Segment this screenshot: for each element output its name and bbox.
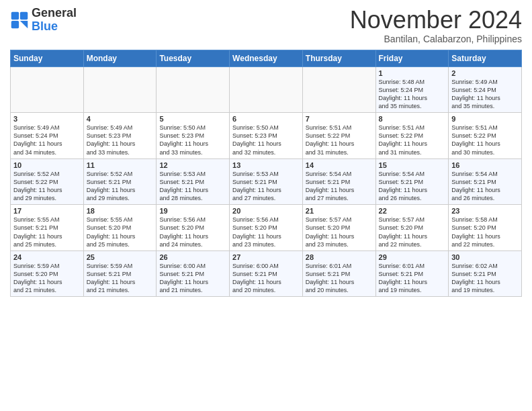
day-info: Sunrise: 6:00 AM Sunset: 5:21 PM Dayligh… [159,262,226,295]
day-info: Sunrise: 5:52 AM Sunset: 5:22 PM Dayligh… [13,170,81,203]
calendar-cell: 3Sunrise: 5:49 AM Sunset: 5:24 PM Daylig… [11,113,84,159]
day-number: 18 [87,207,154,215]
logo-text: General Blue [32,7,77,34]
day-number: 8 [379,115,446,123]
calendar-cell: 4Sunrise: 5:49 AM Sunset: 5:23 PM Daylig… [83,113,157,159]
day-info: Sunrise: 5:59 AM Sunset: 5:21 PM Dayligh… [87,262,154,295]
day-info: Sunrise: 5:56 AM Sunset: 5:20 PM Dayligh… [159,216,226,248]
week-row-4: 17Sunrise: 5:55 AM Sunset: 5:21 PM Dayli… [11,205,522,251]
svg-rect-0 [11,12,19,19]
day-number: 11 [87,161,154,169]
calendar-cell: 11Sunrise: 5:52 AM Sunset: 5:21 PM Dayli… [83,158,157,205]
calendar: SundayMondayTuesdayWednesdayThursdayFrid… [10,50,522,298]
svg-marker-3 [20,21,28,28]
day-info: Sunrise: 5:57 AM Sunset: 5:20 PM Dayligh… [379,216,446,248]
day-number: 2 [451,69,519,77]
calendar-cell: 27Sunrise: 6:00 AM Sunset: 5:21 PM Dayli… [230,250,303,297]
day-info: Sunrise: 5:48 AM Sunset: 5:24 PM Dayligh… [379,78,446,111]
header-friday: Friday [375,50,449,66]
day-number: 9 [451,115,519,123]
calendar-cell: 15Sunrise: 5:54 AM Sunset: 5:21 PM Dayli… [375,158,449,205]
calendar-cell: 20Sunrise: 5:56 AM Sunset: 5:20 PM Dayli… [230,205,303,251]
week-row-3: 10Sunrise: 5:52 AM Sunset: 5:22 PM Dayli… [11,158,522,205]
day-number: 30 [451,253,519,261]
logo-general: General [32,6,77,19]
calendar-cell [157,66,230,113]
calendar-cell [230,66,303,113]
day-number: 7 [306,115,373,123]
calendar-cell: 13Sunrise: 5:53 AM Sunset: 5:21 PM Dayli… [230,158,303,205]
day-info: Sunrise: 5:52 AM Sunset: 5:21 PM Dayligh… [87,170,154,203]
header-tuesday: Tuesday [157,50,230,66]
day-number: 19 [159,207,226,215]
svg-rect-2 [11,21,19,28]
day-info: Sunrise: 5:54 AM Sunset: 5:21 PM Dayligh… [379,170,446,203]
calendar-cell: 28Sunrise: 6:01 AM Sunset: 5:21 PM Dayli… [302,250,375,297]
day-info: Sunrise: 6:01 AM Sunset: 5:21 PM Dayligh… [379,262,446,295]
calendar-cell: 22Sunrise: 5:57 AM Sunset: 5:20 PM Dayli… [375,205,449,251]
calendar-cell: 2Sunrise: 5:49 AM Sunset: 5:24 PM Daylig… [449,66,522,113]
week-row-1: 1Sunrise: 5:48 AM Sunset: 5:24 PM Daylig… [11,66,522,113]
calendar-cell: 8Sunrise: 5:51 AM Sunset: 5:22 PM Daylig… [375,113,449,159]
calendar-cell [11,66,84,113]
header-thursday: Thursday [302,50,375,66]
day-number: 27 [232,253,300,261]
day-info: Sunrise: 5:51 AM Sunset: 5:22 PM Dayligh… [379,124,446,156]
day-info: Sunrise: 5:54 AM Sunset: 5:21 PM Dayligh… [306,170,373,203]
month-title: November 2024 [350,7,522,34]
day-number: 29 [379,253,446,261]
logo-icon [10,11,29,30]
calendar-header: SundayMondayTuesdayWednesdayThursdayFrid… [11,50,522,66]
day-info: Sunrise: 5:57 AM Sunset: 5:20 PM Dayligh… [306,216,373,248]
calendar-cell: 19Sunrise: 5:56 AM Sunset: 5:20 PM Dayli… [157,205,230,251]
header-monday: Monday [83,50,157,66]
calendar-cell: 1Sunrise: 5:48 AM Sunset: 5:24 PM Daylig… [375,66,449,113]
day-number: 17 [13,207,81,215]
logo-blue: Blue [32,19,58,33]
header: General Blue November 2024 Bantilan, Cal… [10,7,522,44]
day-number: 10 [13,161,81,169]
calendar-cell: 29Sunrise: 6:01 AM Sunset: 5:21 PM Dayli… [375,250,449,297]
calendar-cell: 25Sunrise: 5:59 AM Sunset: 5:21 PM Dayli… [83,250,157,297]
day-info: Sunrise: 5:58 AM Sunset: 5:20 PM Dayligh… [451,216,519,248]
week-row-5: 24Sunrise: 5:59 AM Sunset: 5:20 PM Dayli… [11,250,522,297]
day-number: 12 [159,161,226,169]
calendar-cell: 26Sunrise: 6:00 AM Sunset: 5:21 PM Dayli… [157,250,230,297]
day-info: Sunrise: 5:49 AM Sunset: 5:24 PM Dayligh… [451,78,519,111]
week-row-2: 3Sunrise: 5:49 AM Sunset: 5:24 PM Daylig… [11,113,522,159]
day-info: Sunrise: 5:53 AM Sunset: 5:21 PM Dayligh… [159,170,226,203]
svg-rect-1 [20,12,28,19]
calendar-cell: 9Sunrise: 5:51 AM Sunset: 5:22 PM Daylig… [449,113,522,159]
day-number: 28 [306,253,373,261]
calendar-cell: 6Sunrise: 5:50 AM Sunset: 5:23 PM Daylig… [230,113,303,159]
calendar-cell: 10Sunrise: 5:52 AM Sunset: 5:22 PM Dayli… [11,158,84,205]
day-info: Sunrise: 5:54 AM Sunset: 5:21 PM Dayligh… [451,170,519,203]
calendar-cell: 23Sunrise: 5:58 AM Sunset: 5:20 PM Dayli… [449,205,522,251]
calendar-cell: 14Sunrise: 5:54 AM Sunset: 5:21 PM Dayli… [302,158,375,205]
day-info: Sunrise: 5:49 AM Sunset: 5:23 PM Dayligh… [87,124,154,156]
day-number: 21 [306,207,373,215]
day-number: 4 [87,115,154,123]
day-info: Sunrise: 5:50 AM Sunset: 5:23 PM Dayligh… [159,124,226,156]
day-number: 1 [379,69,446,77]
calendar-cell: 18Sunrise: 5:55 AM Sunset: 5:20 PM Dayli… [83,205,157,251]
day-number: 3 [13,115,81,123]
day-number: 22 [379,207,446,215]
calendar-cell: 12Sunrise: 5:53 AM Sunset: 5:21 PM Dayli… [157,158,230,205]
calendar-cell: 7Sunrise: 5:51 AM Sunset: 5:22 PM Daylig… [302,113,375,159]
day-info: Sunrise: 5:49 AM Sunset: 5:24 PM Dayligh… [13,124,81,156]
header-sunday: Sunday [11,50,84,66]
day-number: 20 [232,207,300,215]
day-info: Sunrise: 6:01 AM Sunset: 5:21 PM Dayligh… [306,262,373,295]
day-info: Sunrise: 5:51 AM Sunset: 5:22 PM Dayligh… [306,124,373,156]
calendar-cell: 30Sunrise: 6:02 AM Sunset: 5:21 PM Dayli… [449,250,522,297]
calendar-body: 1Sunrise: 5:48 AM Sunset: 5:24 PM Daylig… [11,66,522,297]
calendar-cell: 17Sunrise: 5:55 AM Sunset: 5:21 PM Dayli… [11,205,84,251]
day-info: Sunrise: 5:51 AM Sunset: 5:22 PM Dayligh… [451,124,519,156]
day-info: Sunrise: 5:59 AM Sunset: 5:20 PM Dayligh… [13,262,81,295]
day-number: 15 [379,161,446,169]
day-info: Sunrise: 5:55 AM Sunset: 5:20 PM Dayligh… [87,216,154,248]
day-info: Sunrise: 6:02 AM Sunset: 5:21 PM Dayligh… [451,262,519,295]
day-number: 13 [232,161,300,169]
calendar-cell: 24Sunrise: 5:59 AM Sunset: 5:20 PM Dayli… [11,250,84,297]
